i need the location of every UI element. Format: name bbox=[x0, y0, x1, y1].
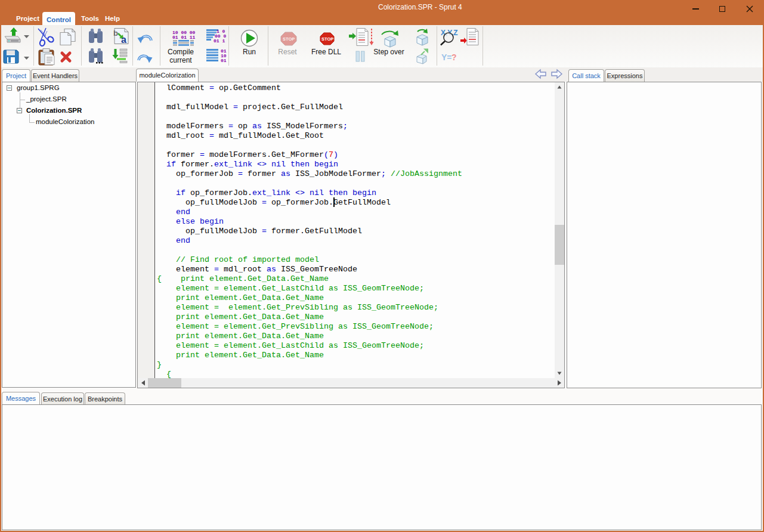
svg-text:Y=: Y= bbox=[441, 52, 452, 62]
svg-text:STOP: STOP bbox=[321, 36, 333, 42]
svg-text:?: ? bbox=[451, 52, 457, 62]
svg-text:01 01 11: 01 01 11 bbox=[172, 35, 196, 40]
svg-text:b: b bbox=[113, 29, 118, 38]
svg-text:01: 01 bbox=[221, 58, 227, 63]
svg-text:STOP: STOP bbox=[283, 36, 295, 42]
svg-text:01 1: 01 1 bbox=[214, 38, 225, 44]
svg-text:a: a bbox=[121, 35, 126, 45]
